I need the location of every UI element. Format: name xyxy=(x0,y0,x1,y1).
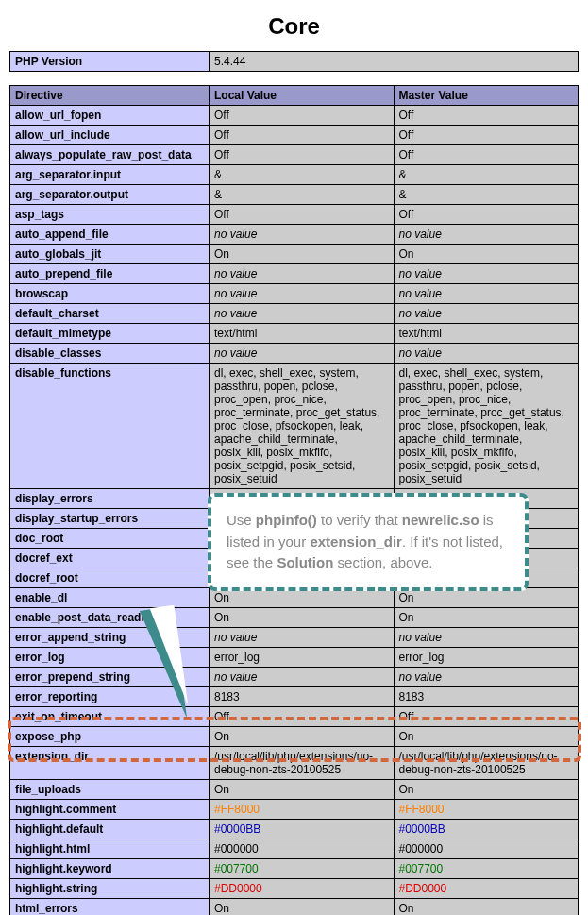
directive-cell: arg_separator.input xyxy=(10,165,210,185)
table-row: arg_separator.input&& xyxy=(10,165,579,185)
local-value-cell: #007700 xyxy=(210,859,395,879)
directive-cell: expose_php xyxy=(10,727,210,747)
callout: Use phpinfo() to verify that newrelic.so… xyxy=(208,493,529,591)
table-row: disable_classesno valueno value xyxy=(10,344,579,364)
master-value-cell: dl, exec, shell_exec, system, passthru, … xyxy=(394,364,579,489)
local-value-cell: #FF8000 xyxy=(210,800,395,820)
master-value-cell: Off xyxy=(394,106,579,126)
local-value-cell: text/html xyxy=(210,324,395,344)
local-value-cell: dl, exec, shell_exec, system, passthru, … xyxy=(210,364,395,489)
info-table: PHP Version 5.4.44 xyxy=(9,51,579,72)
local-value-cell: no value xyxy=(210,668,395,687)
local-value-cell: 8183 xyxy=(210,687,395,707)
master-value-cell: On xyxy=(394,245,579,264)
master-value-cell: On xyxy=(394,608,579,628)
directive-cell: display_errors xyxy=(10,489,210,509)
directive-cell: highlight.html xyxy=(10,839,210,859)
directive-cell: error_prepend_string xyxy=(10,668,210,687)
local-value-cell: Off xyxy=(210,106,395,126)
table-row: highlight.keyword#007700#007700 xyxy=(10,859,579,879)
master-value-cell: #007700 xyxy=(394,859,579,879)
master-value-cell: #FF8000 xyxy=(394,800,579,820)
local-value-cell: no value xyxy=(210,264,395,284)
table-row: asp_tagsOffOff xyxy=(10,205,579,225)
master-value-cell: no value xyxy=(394,304,579,324)
col-master: Master Value xyxy=(394,86,579,106)
directive-cell: enable_dl xyxy=(10,588,210,608)
directive-cell: disable_functions xyxy=(10,364,210,489)
info-value: 5.4.44 xyxy=(210,52,579,72)
local-value-cell: no value xyxy=(210,344,395,364)
table-row: highlight.html#000000#000000 xyxy=(10,839,579,859)
table-row: highlight.string#DD0000#DD0000 xyxy=(10,879,579,899)
table-row: highlight.default#0000BB#0000BB xyxy=(10,820,579,839)
master-value-cell: Off xyxy=(394,126,579,145)
master-value-cell: 8183 xyxy=(394,687,579,707)
directive-cell: highlight.string xyxy=(10,879,210,899)
table-row: auto_globals_jitOnOn xyxy=(10,245,579,264)
local-value-cell: #000000 xyxy=(210,839,395,859)
master-value-cell: error_log xyxy=(394,648,579,668)
local-value-cell: On xyxy=(210,588,395,608)
local-value-cell: Off xyxy=(210,707,395,727)
local-value-cell: On xyxy=(210,899,395,916)
table-row: file_uploadsOnOn xyxy=(10,780,579,800)
table-row: enable_post_data_readingOnOn xyxy=(10,608,579,628)
local-value-cell: no value xyxy=(210,304,395,324)
master-value-cell: Off xyxy=(394,205,579,225)
local-value-cell: & xyxy=(210,165,395,185)
master-value-cell: #0000BB xyxy=(394,820,579,839)
table-row: extension_dir/usr/local/lib/php/extensio… xyxy=(10,747,579,780)
directive-cell: default_charset xyxy=(10,304,210,324)
directive-cell: arg_separator.output xyxy=(10,185,210,205)
directive-cell: highlight.default xyxy=(10,820,210,839)
table-row: enable_dlOnOn xyxy=(10,588,579,608)
local-value-cell: no value xyxy=(210,628,395,648)
table-row: browscapno valueno value xyxy=(10,284,579,304)
table-row: error_append_stringno valueno value xyxy=(10,628,579,648)
table-row: allow_url_includeOffOff xyxy=(10,126,579,145)
directive-cell: highlight.keyword xyxy=(10,859,210,879)
table-row: arg_separator.output&& xyxy=(10,185,579,205)
directive-cell: always_populate_raw_post_data xyxy=(10,145,210,165)
directive-cell: error_log xyxy=(10,648,210,668)
directive-cell: html_errors xyxy=(10,899,210,916)
table-row: always_populate_raw_post_dataOffOff xyxy=(10,145,579,165)
page-title: Core xyxy=(9,13,579,40)
local-value-cell: On xyxy=(210,727,395,747)
table-row: highlight.comment#FF8000#FF8000 xyxy=(10,800,579,820)
col-local: Local Value xyxy=(210,86,395,106)
directive-cell: disable_classes xyxy=(10,344,210,364)
table-row: html_errorsOnOn xyxy=(10,899,579,916)
directive-cell: auto_prepend_file xyxy=(10,264,210,284)
table-row: disable_functionsdl, exec, shell_exec, s… xyxy=(10,364,579,489)
master-value-cell: #000000 xyxy=(394,839,579,859)
directive-cell: extension_dir xyxy=(10,747,210,780)
table-row: default_mimetypetext/htmltext/html xyxy=(10,324,579,344)
master-value-cell: #DD0000 xyxy=(394,879,579,899)
local-value-cell: error_log xyxy=(210,648,395,668)
table-row: error_prepend_stringno valueno value xyxy=(10,668,579,687)
local-value-cell: #DD0000 xyxy=(210,879,395,899)
directive-cell: allow_url_fopen xyxy=(10,106,210,126)
local-value-cell: On xyxy=(210,780,395,800)
local-value-cell: #0000BB xyxy=(210,820,395,839)
directive-cell: asp_tags xyxy=(10,205,210,225)
master-value-cell: & xyxy=(394,185,579,205)
local-value-cell: & xyxy=(210,185,395,205)
master-value-cell: On xyxy=(394,780,579,800)
table-row: auto_prepend_fileno valueno value xyxy=(10,264,579,284)
directive-cell: default_mimetype xyxy=(10,324,210,344)
master-value-cell: On xyxy=(394,588,579,608)
directive-cell: enable_post_data_reading xyxy=(10,608,210,628)
master-value-cell: text/html xyxy=(394,324,579,344)
master-value-cell: Off xyxy=(394,707,579,727)
local-value-cell: On xyxy=(210,608,395,628)
table-row: auto_append_fileno valueno value xyxy=(10,225,579,245)
col-directive: Directive xyxy=(10,86,210,106)
directive-cell: file_uploads xyxy=(10,780,210,800)
directive-cell: doc_root xyxy=(10,529,210,549)
master-value-cell: & xyxy=(394,165,579,185)
local-value-cell: Off xyxy=(210,126,395,145)
table-row: exit_on_timeoutOffOff xyxy=(10,707,579,727)
